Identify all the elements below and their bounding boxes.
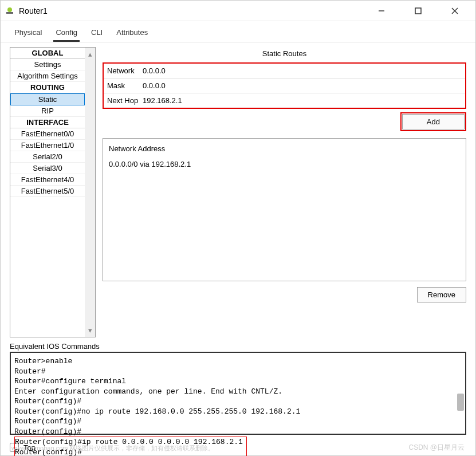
minimize-button[interactable] — [370, 2, 393, 19]
ios-line: Router# — [14, 367, 462, 377]
sidebar-item-algorithm-settings[interactable]: Algorithm Settings — [10, 70, 85, 82]
main-panel: Static Routes Network Mask Next Hop Add — [103, 47, 466, 337]
sidebar-scrollbar[interactable]: ▴ ▾ — [85, 48, 95, 337]
ios-commands-label: Equivalent IOS Commands — [10, 342, 466, 351]
routes-list[interactable]: Network Address 0.0.0.0/0 via 192.168.2.… — [103, 138, 466, 281]
sidebar-item-rip[interactable]: RIP — [10, 105, 85, 117]
svg-rect-1 — [6, 12, 13, 14]
tab-physical[interactable]: Physical — [12, 26, 44, 42]
route-entry[interactable]: 0.0.0.0/0 via 192.168.2.1 — [109, 160, 460, 168]
sidebar-item-fe10[interactable]: FastEthernet1/0 — [10, 140, 85, 151]
tab-cli[interactable]: CLI — [89, 26, 105, 42]
ios-line: Router(config)# — [14, 416, 462, 427]
sidebar-header-routing: ROUTING — [10, 82, 85, 93]
ios-line: Router(config)#no ip route 192.168.0.0 2… — [14, 407, 462, 417]
routes-list-label: Network Address — [109, 144, 460, 153]
form-title: Static Routes — [103, 47, 466, 62]
sidebar-item-settings[interactable]: Settings — [10, 59, 85, 70]
network-input[interactable] — [141, 65, 462, 76]
sidebar-item-se30[interactable]: Serial3/0 — [10, 163, 85, 174]
ios-line: Enter configuration commands, one per li… — [14, 387, 462, 397]
scroll-up-icon: ▴ — [88, 50, 92, 58]
sidebar-item-fe00[interactable]: FastEthernet0/0 — [10, 128, 85, 140]
watermark-left: www.toymoban.com 网络图片仅供展示，非存储，如有侵权请联系删除。 — [11, 444, 214, 453]
nexthop-label: Next Hop — [107, 96, 141, 105]
tab-config[interactable]: Config — [53, 26, 80, 42]
ios-line: Router(config)# — [14, 427, 462, 437]
mask-label: Mask — [107, 81, 141, 90]
tabs: Physical Config CLI Attributes — [1, 21, 475, 42]
mask-input[interactable] — [141, 80, 462, 91]
ios-commands-box[interactable]: Router>enable Router# Router#configure t… — [10, 352, 466, 435]
remove-button[interactable]: Remove — [417, 287, 466, 302]
titlebar: Router1 — [1, 1, 475, 21]
sidebar: GLOBAL Settings Algorithm Settings ROUTI… — [10, 47, 96, 337]
ios-line: Router>enable — [14, 356, 462, 367]
sidebar-header-interface: INTERFACE — [10, 117, 85, 128]
scroll-down-icon: ▾ — [88, 326, 92, 335]
maximize-button[interactable] — [407, 2, 430, 19]
svg-rect-3 — [415, 8, 421, 14]
sidebar-item-fe40[interactable]: FastEthernet4/0 — [10, 174, 85, 186]
ios-line: Router#configure terminal — [14, 376, 462, 387]
sidebar-header-global: GLOBAL — [10, 48, 85, 59]
watermark-right: CSDN @日星月云 — [408, 443, 465, 453]
nexthop-input[interactable] — [141, 95, 462, 106]
add-button-highlight: Add — [400, 112, 466, 131]
route-fields-highlight: Network Mask Next Hop — [103, 62, 466, 109]
close-button[interactable] — [443, 2, 466, 19]
sidebar-item-fe50[interactable]: FastEthernet5/0 — [10, 186, 85, 197]
tab-attributes[interactable]: Attributes — [114, 26, 150, 42]
ios-scrollbar-thumb[interactable] — [457, 394, 464, 411]
add-button[interactable]: Add — [402, 114, 465, 129]
svg-point-0 — [7, 7, 12, 12]
sidebar-item-se20[interactable]: Serial2/0 — [10, 151, 85, 163]
sidebar-item-static[interactable]: Static — [10, 93, 85, 105]
app-icon — [5, 6, 14, 15]
window-title: Router1 — [19, 6, 370, 15]
ios-line: Router(config)# — [14, 396, 462, 407]
network-label: Network — [107, 66, 141, 75]
